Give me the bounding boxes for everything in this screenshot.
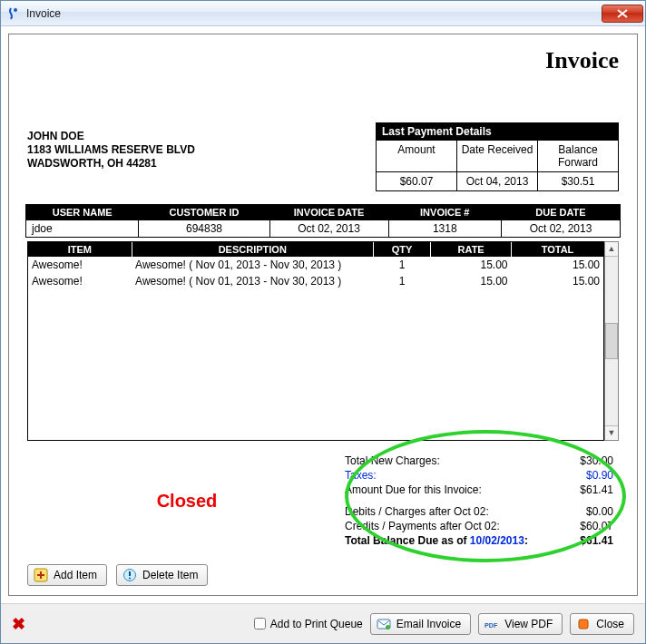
meta-user-value: jdoe	[26, 220, 139, 238]
col-qty: QTY	[373, 242, 430, 257]
line-items-grid[interactable]: ITEM DESCRIPTION QTY RATE TOTAL Awesome!…	[27, 241, 604, 441]
col-total: TOTAL	[512, 242, 603, 257]
meta-due-header: DUE DATE	[501, 205, 620, 220]
last-payment-balance: $30.51	[537, 171, 618, 190]
col-desc: DESCRIPTION	[132, 242, 373, 257]
scroll-down-button[interactable]: ▼	[605, 425, 618, 440]
last-payment-panel: Last Payment Details Amount Date Receive…	[376, 122, 619, 191]
cell-item: Awesome!	[28, 257, 132, 273]
cell-qty: 1	[373, 257, 430, 273]
cell-qty: 1	[373, 273, 430, 289]
delete-item-button[interactable]: Delete Item	[116, 564, 208, 586]
tot-taxes-value: $0.90	[586, 469, 613, 482]
window-title: Invoice	[26, 7, 602, 20]
delete-item-icon	[122, 568, 137, 582]
header-block: JOHN DOE 1183 WILLIAMS RESERVE BLVD WADS…	[27, 117, 619, 191]
panel-buttons: Add Item Delete Item	[27, 564, 619, 586]
view-pdf-label: View PDF	[504, 618, 553, 630]
svg-point-0	[14, 8, 17, 12]
totals-column: Total New Charges:$30.00 Taxes:$0.90 Amo…	[343, 454, 615, 548]
customer-name: JOHN DOE	[27, 130, 376, 143]
last-payment-date-header: Date Received	[456, 140, 537, 171]
meta-due-value: Oct 02, 2013	[501, 220, 620, 238]
app-icon	[6, 6, 21, 21]
close-button[interactable]: Close	[570, 613, 634, 635]
view-pdf-button[interactable]: PDF View PDF	[478, 613, 563, 635]
meta-invno-value: 1318	[388, 220, 501, 238]
invoice-meta-table: USER NAME CUSTOMER ID INVOICE DATE INVOI…	[25, 204, 621, 238]
tot-debits-value: $0.00	[586, 505, 613, 518]
add-to-print-queue-input[interactable]	[254, 618, 266, 629]
cell-rate: 15.00	[431, 273, 512, 289]
delete-item-label: Delete Item	[142, 569, 198, 581]
line-items-scrollbar[interactable]: ▲ ▼	[604, 241, 619, 441]
meta-customer-header: CUSTOMER ID	[139, 205, 269, 220]
window-close-button[interactable]	[602, 5, 643, 23]
customer-address: JOHN DOE 1183 WILLIAMS RESERVE BLVD WADS…	[27, 130, 376, 171]
customer-address-line1: 1183 WILLIAMS RESERVE BLVD	[27, 143, 376, 157]
tot-credits-value: $60.07	[580, 520, 613, 532]
last-payment-amount-header: Amount	[377, 140, 456, 171]
add-item-icon	[34, 568, 48, 582]
meta-invdate-value: Oct 02, 2013	[269, 220, 388, 238]
line-items-area: ITEM DESCRIPTION QTY RATE TOTAL Awesome!…	[27, 241, 619, 441]
add-to-print-queue-label: Add to Print Queue	[270, 618, 363, 630]
cancel-icon[interactable]: ✖	[12, 614, 25, 634]
customer-address-line2: WADSWORTH, OH 44281	[27, 157, 376, 171]
add-to-print-queue-checkbox[interactable]: Add to Print Queue	[254, 618, 363, 630]
meta-user-header: USER NAME	[26, 205, 139, 220]
invoice-document: Invoice JOHN DOE 1183 WILLIAMS RESERVE B…	[8, 34, 638, 596]
cell-desc: Awesome! ( Nov 01, 2013 - Nov 30, 2013 )	[132, 273, 373, 289]
close-icon	[576, 617, 591, 631]
scroll-up-button[interactable]: ▲	[605, 242, 618, 257]
last-payment-date: Oct 04, 2013	[456, 171, 537, 190]
tot-newcharges-label: Total New Charges:	[345, 454, 440, 467]
cell-item: Awesome!	[28, 273, 132, 289]
line-items-body: Awesome!Awesome! ( Nov 01, 2013 - Nov 30…	[28, 257, 603, 289]
titlebar: Invoice	[1, 1, 645, 26]
table-row[interactable]: Awesome!Awesome! ( Nov 01, 2013 - Nov 30…	[28, 257, 603, 273]
tot-taxes-label: Taxes:	[345, 469, 377, 482]
body-area: Invoice JOHN DOE 1183 WILLIAMS RESERVE B…	[1, 26, 645, 603]
last-payment-amount: $60.07	[377, 171, 456, 190]
email-invoice-label: Email Invoice	[396, 618, 461, 630]
meta-customer-value: 694838	[139, 220, 269, 238]
col-rate: RATE	[431, 242, 512, 257]
scroll-thumb[interactable]	[605, 323, 618, 359]
svg-point-3	[129, 578, 131, 580]
meta-invdate-header: INVOICE DATE	[269, 205, 388, 220]
cell-desc: Awesome! ( Nov 01, 2013 - Nov 30, 2013 )	[132, 257, 373, 273]
meta-invno-header: INVOICE #	[388, 205, 501, 220]
add-item-label: Add Item	[54, 569, 97, 581]
tot-balance-value: $61.41	[580, 534, 613, 547]
tot-amountdue-value: $61.41	[580, 483, 613, 496]
tot-amountdue-label: Amount Due for this Invoice:	[345, 483, 482, 496]
last-payment-balance-header: Balance Forward	[537, 140, 618, 171]
tot-credits-label: Credits / Payments after Oct 02:	[345, 520, 500, 532]
document-title: Invoice	[27, 47, 619, 117]
tot-debits-label: Debits / Charges after Oct 02:	[345, 505, 489, 518]
close-button-label: Close	[596, 618, 624, 630]
email-invoice-button[interactable]: Email Invoice	[370, 613, 471, 635]
add-item-button[interactable]: Add Item	[27, 564, 107, 586]
status-badge: Closed	[157, 491, 218, 512]
svg-point-5	[386, 625, 390, 629]
cell-rate: 15.00	[431, 257, 512, 273]
svg-text:PDF: PDF	[484, 621, 498, 629]
last-payment-heading: Last Payment Details	[377, 123, 618, 140]
cell-total: 15.00	[512, 257, 603, 273]
svg-rect-7	[579, 620, 588, 629]
pdf-icon: PDF	[484, 617, 499, 631]
dialog-footer: ✖ Add to Print Queue Email Invoice PDF V…	[1, 603, 645, 643]
invoice-window: Invoice Invoice JOHN DOE 1183 WILLIAMS R…	[0, 0, 646, 644]
table-row[interactable]: Awesome!Awesome! ( Nov 01, 2013 - Nov 30…	[28, 273, 603, 289]
col-item: ITEM	[28, 242, 132, 257]
totals-area: Closed Total New Charges:$30.00 Taxes:$0…	[27, 441, 619, 553]
email-icon	[377, 617, 391, 631]
cell-total: 15.00	[512, 273, 603, 289]
tot-newcharges-value: $30.00	[580, 454, 613, 467]
tot-balance-label: Total Balance Due as of 10/02/2013:	[345, 534, 528, 547]
